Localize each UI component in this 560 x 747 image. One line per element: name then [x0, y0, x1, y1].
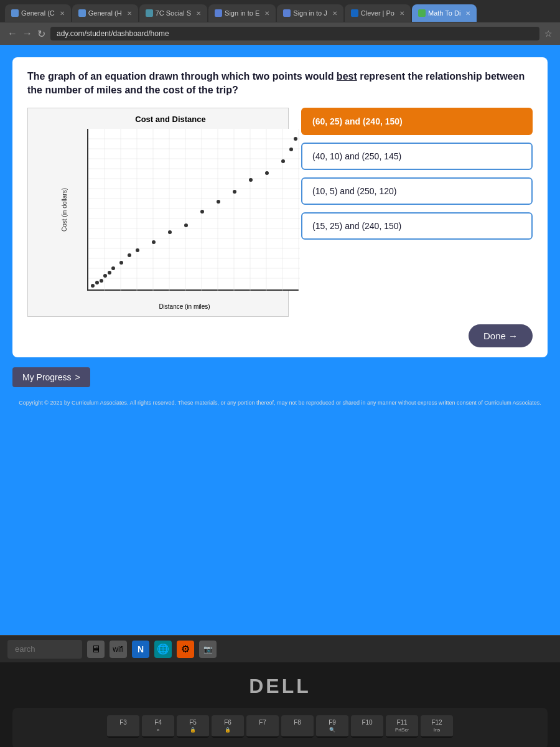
key-f5[interactable]: F5🔒	[177, 715, 209, 738]
svg-point-34	[119, 261, 123, 265]
answer-text-a: (60, 25) and (240, 150)	[312, 116, 403, 126]
key-f8[interactable]: F8	[281, 715, 314, 738]
tab-label: General (H	[88, 9, 122, 17]
answer-text-b: (40, 10) and (250, 145)	[312, 151, 401, 161]
svg-point-41	[217, 200, 220, 204]
address-bar: ← → ↻ ady.com/student/dashboard/home ☆	[0, 22, 560, 45]
refresh-button[interactable]: ↻	[37, 28, 45, 40]
svg-point-43	[249, 178, 253, 182]
chart-area: 0 10 20 30 40 50 60 70 80 90 100 110	[87, 129, 299, 291]
key-f11[interactable]: F11PrtScr	[386, 715, 418, 738]
y-axis-label: Cost (in dollars)	[61, 188, 68, 232]
tab-label: Math To Di	[428, 9, 460, 17]
tab-7c-social[interactable]: 7C Social S ✕	[139, 4, 207, 22]
tab-close[interactable]: ✕	[127, 10, 132, 17]
tab-sign-in-e[interactable]: Sign in to E ✕	[208, 4, 276, 22]
svg-point-32	[108, 271, 111, 275]
svg-point-28	[91, 284, 95, 288]
tab-label: Sign in to J	[293, 9, 327, 17]
tab-close[interactable]: ✕	[60, 10, 65, 17]
dell-logo: DELL	[249, 675, 311, 698]
done-section: Done →	[27, 324, 533, 347]
tab-close[interactable]: ✕	[332, 10, 337, 17]
browser-chrome: General (C ✕ General (H ✕ 7C Social S ✕ …	[0, 0, 560, 45]
svg-point-37	[152, 240, 156, 244]
done-label: Done →	[483, 331, 518, 341]
question-card: The graph of an equation drawn through w…	[12, 57, 548, 357]
svg-point-31	[103, 274, 107, 278]
progress-arrow: >	[75, 372, 80, 382]
back-button[interactable]: ←	[7, 28, 17, 39]
tab-close[interactable]: ✕	[465, 10, 470, 17]
url-text: ady.com/student/dashboard/home	[57, 29, 169, 38]
key-f10[interactable]: F10	[351, 715, 383, 738]
answer-option-b[interactable]: (40, 10) and (250, 145)	[301, 143, 533, 170]
x-axis-label: Distance (in miles)	[87, 303, 282, 310]
taskbar-n-icon[interactable]: N	[132, 641, 149, 658]
svg-point-47	[294, 137, 297, 141]
forward-button[interactable]: →	[22, 28, 32, 39]
svg-point-42	[233, 190, 236, 194]
answer-option-d[interactable]: (15, 25) and (240, 150)	[301, 212, 533, 240]
my-progress-button[interactable]: My Progress >	[12, 367, 90, 387]
fn-key-row: F3 F4× F5🔒 F6🔒 F7 F8 F9🔍 F10 F11PrtScr F…	[20, 715, 540, 738]
chart-container: Cost and Distance Cost (in dollars)	[27, 108, 289, 317]
tab-general-h[interactable]: General (H ✕	[72, 4, 138, 22]
chart-wrapper: Cost (in dollars)	[87, 129, 282, 291]
svg-point-35	[128, 253, 131, 257]
keyboard-area: F3 F4× F5🔒 F6🔒 F7 F8 F9🔍 F10 F11PrtScr F…	[12, 708, 548, 747]
tab-label: General (C	[21, 9, 55, 17]
tab-close[interactable]: ✕	[399, 10, 404, 17]
tab-icon	[418, 9, 426, 17]
taskbar-settings-icon[interactable]: ⚙	[177, 641, 194, 658]
taskbar-camera-icon[interactable]: 📷	[199, 641, 217, 658]
answer-option-a[interactable]: (60, 25) and (240, 150)	[301, 108, 533, 135]
tab-close[interactable]: ✕	[196, 10, 201, 17]
taskbar-earth-icon[interactable]: 🌐	[154, 641, 172, 658]
underline-word: best	[337, 71, 357, 82]
url-box[interactable]: ady.com/student/dashboard/home	[50, 27, 539, 40]
done-button[interactable]: Done →	[469, 324, 533, 347]
tab-icon	[146, 9, 153, 17]
laptop-body: DELL F3 F4× F5🔒 F6🔒 F7 F8 F9🔍 F10 F11Prt…	[0, 662, 560, 747]
taskbar-wifi-icon[interactable]: wifi	[110, 641, 127, 658]
chart-svg: 0 10 20 30 40 50 60 70 80 90 100 110	[88, 129, 300, 291]
key-f7[interactable]: F7	[246, 715, 279, 738]
svg-point-33	[111, 266, 115, 270]
tab-sign-in-j[interactable]: Sign in to J ✕	[277, 4, 343, 22]
tab-clever[interactable]: Clever | Po ✕	[345, 4, 411, 22]
svg-point-29	[95, 281, 99, 284]
taskbar-search[interactable]	[7, 640, 82, 659]
question-text: The graph of an equation drawn through w…	[27, 70, 533, 98]
tab-icon	[283, 9, 291, 17]
tab-label: Clever | Po	[361, 9, 394, 17]
chart-title: Cost and Distance	[59, 115, 282, 124]
tab-icon	[215, 9, 222, 17]
key-f3[interactable]: F3	[107, 715, 139, 738]
tab-icon	[11, 9, 19, 17]
bottom-section: My Progress >	[12, 365, 548, 390]
tab-math[interactable]: Math To Di ✕	[412, 4, 477, 22]
answer-choices: (60, 25) and (240, 150) (40, 10) and (25…	[301, 108, 533, 240]
key-f9[interactable]: F9🔍	[316, 715, 348, 738]
key-f4[interactable]: F4×	[142, 715, 174, 738]
key-f12[interactable]: F12Ins	[421, 715, 453, 738]
tab-general-c[interactable]: General (C ✕	[5, 4, 71, 22]
tab-label: Sign in to E	[225, 9, 259, 17]
taskbar: 🖥 wifi N 🌐 ⚙ 📷	[0, 635, 560, 662]
svg-point-30	[100, 279, 103, 283]
key-f6[interactable]: F6🔒	[212, 715, 244, 738]
svg-point-44	[265, 171, 269, 175]
question-body: Cost and Distance Cost (in dollars)	[27, 108, 533, 317]
svg-point-36	[136, 248, 139, 252]
my-progress-label: My Progress	[22, 372, 72, 382]
svg-point-46	[289, 148, 293, 151]
answer-text-d: (15, 25) and (240, 150)	[312, 221, 401, 231]
svg-point-39	[184, 223, 188, 227]
svg-point-38	[168, 230, 172, 234]
bookmark-icon[interactable]: ☆	[544, 29, 553, 39]
svg-point-45	[281, 159, 285, 163]
taskbar-file-icon[interactable]: 🖥	[87, 641, 105, 658]
tab-close[interactable]: ✕	[264, 10, 269, 17]
answer-option-c[interactable]: (10, 5) and (250, 120)	[301, 177, 533, 205]
